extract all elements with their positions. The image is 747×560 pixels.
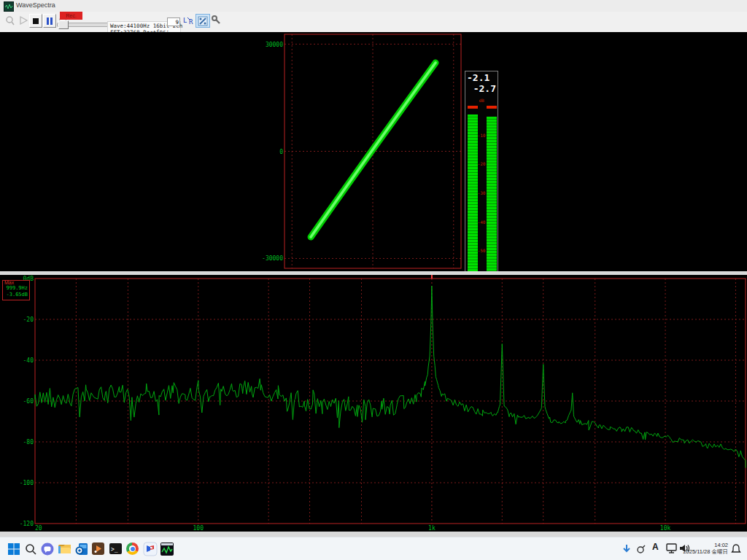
svg-text:>_: >_ xyxy=(111,546,118,553)
network-icon[interactable] xyxy=(666,543,678,553)
max-level-value: -3.65dB xyxy=(6,292,28,298)
spectrum-y-label: -100 xyxy=(20,480,34,486)
meter-peak-cap xyxy=(468,106,478,109)
spectrum-x-label: 10k xyxy=(660,525,671,532)
app-icon xyxy=(4,1,14,12)
scope-axis-label: 0 xyxy=(279,149,283,155)
play-button[interactable] xyxy=(18,14,29,26)
window-bottom-edge xyxy=(0,532,747,537)
meter-readout-left: -2.1 xyxy=(467,72,489,83)
graph-settings-icon[interactable] xyxy=(196,14,210,28)
spectrum-y-label: -120 xyxy=(20,521,34,527)
scope-axis-label: 30000 xyxy=(266,42,283,48)
scope-panel: 300000-30000 -2.1 -2.7 dB -10-20-30-40-5… xyxy=(0,32,747,271)
wavespectra-window: WaveSpectra Rec. Wave:44100Hz 16bit 2ch … xyxy=(0,0,747,560)
clipchamp-icon[interactable] xyxy=(142,541,158,556)
meter-scale-label: -30 xyxy=(465,190,498,195)
fft-spectrum: 0dB-20-40-60-80-100-120201001k10k xyxy=(0,275,747,532)
spectrum-y-label: -60 xyxy=(23,398,34,405)
max-readout-box: Max 999.9Hz -3.65dB xyxy=(2,280,30,300)
file-explorer-icon[interactable] xyxy=(57,541,72,556)
meter-unit-label: dB xyxy=(465,98,498,103)
spectrum-x-label: 100 xyxy=(193,525,204,532)
clock-date: 2025/11/28 金曜日 xyxy=(683,548,728,555)
level-meter: -2.1 -2.7 dB -10-20-30-40-50-60LR xyxy=(465,71,498,284)
scope-axis-label: -30000 xyxy=(262,255,283,262)
position-slider-thumb[interactable] xyxy=(58,20,69,29)
meter-peak-cap xyxy=(487,106,497,109)
terminal-icon[interactable]: >_ xyxy=(108,541,123,556)
notification-bell-icon[interactable] xyxy=(731,543,741,554)
spectrum-y-label: -20 xyxy=(23,316,34,323)
svg-text:L: L xyxy=(183,17,187,24)
spectrum-y-label: -80 xyxy=(23,439,34,446)
wavespectra-taskbar-icon[interactable] xyxy=(159,541,174,556)
toolbar: Rec. Wave:44100Hz 16bit 2ch FFT:32768 Re… xyxy=(0,12,747,33)
spectrum-y-label: -40 xyxy=(23,357,34,364)
media-player-icon[interactable] xyxy=(90,541,106,556)
taskbar: >_ A 14:02 xyxy=(0,537,747,560)
outlook-icon[interactable] xyxy=(74,541,89,556)
ime-mode-indicator[interactable]: A xyxy=(652,542,659,552)
window-title: WaveSpectra xyxy=(16,1,55,9)
chrome-icon[interactable] xyxy=(125,541,140,556)
meter-scale-label: -50 xyxy=(465,248,498,253)
lr-channel-icon[interactable]: LR xyxy=(182,14,195,26)
meter-scale-label: -20 xyxy=(465,161,498,166)
meter-bar-R xyxy=(487,117,497,279)
audio-device-icon[interactable] xyxy=(636,545,646,554)
clock-time: 14:02 xyxy=(683,542,728,548)
spectrum-x-label: 1k xyxy=(428,525,436,532)
pause-button[interactable] xyxy=(43,14,56,28)
meter-scale-label: -40 xyxy=(465,219,498,225)
max-frequency-value: 999.9Hz xyxy=(6,286,28,291)
chat-icon[interactable] xyxy=(39,541,55,556)
tray-arrow-icon[interactable] xyxy=(622,543,632,555)
taskbar-clock[interactable]: 14:02 2025/11/28 金曜日 xyxy=(683,542,728,555)
search-icon[interactable] xyxy=(23,541,38,556)
spectrum-panel: 0dB-20-40-60-80-100-120201001k10k xyxy=(0,275,747,532)
spectrum-x-label: 20 xyxy=(35,525,42,532)
meter-bar-L xyxy=(468,114,478,279)
start-button[interactable] xyxy=(6,541,21,556)
audio-jack-icon[interactable] xyxy=(4,14,16,26)
stop-button[interactable] xyxy=(29,14,42,28)
xy-scope: 300000-30000 xyxy=(0,32,747,271)
settings-wrench-icon[interactable] xyxy=(210,14,222,26)
title-bar: WaveSpectra xyxy=(0,0,747,12)
meter-scale-label: -10 xyxy=(465,133,498,138)
spectrum-trace xyxy=(35,286,746,467)
scope-trace-core xyxy=(311,63,436,237)
record-indicator: Rec. xyxy=(60,12,82,20)
meter-readout-right: -2.7 xyxy=(473,83,496,94)
fps-input[interactable] xyxy=(167,18,180,26)
max-label: Max xyxy=(4,280,14,285)
